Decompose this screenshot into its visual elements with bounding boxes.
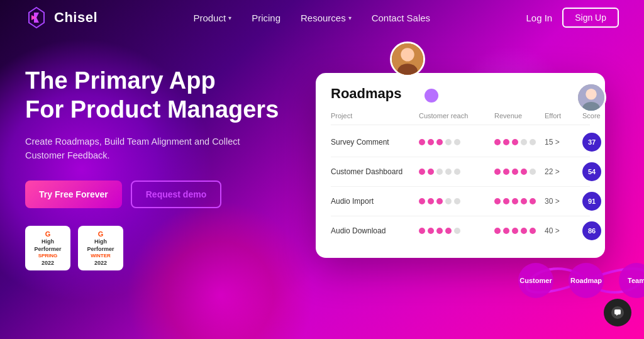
col-effort: Effort xyxy=(545,112,582,119)
decorative-dot xyxy=(425,89,438,103)
row-project: Survey Comment xyxy=(331,138,419,147)
main-content: The Primary App For Product Managers Cre… xyxy=(0,35,644,339)
nav-product[interactable]: Product ▾ xyxy=(193,13,231,23)
chat-icon xyxy=(611,306,625,320)
col-project: Project xyxy=(331,112,419,119)
chevron-down-icon-2: ▾ xyxy=(348,14,352,21)
row-project: Audio Import xyxy=(331,197,419,206)
left-panel: The Primary App For Product Managers Cre… xyxy=(25,35,302,339)
badge-winter-2022: G High Performer WINTER 2022 xyxy=(78,226,123,271)
effort-value: 15 > xyxy=(545,138,582,147)
badge-spring-2022: G High Performer SPRING 2022 xyxy=(25,226,70,271)
badges-container: G High Performer SPRING 2022 G High Perf… xyxy=(25,226,302,271)
hero-subtitle: Create Roadmaps, Build Team Alignment an… xyxy=(25,135,264,163)
row-project: Customer Dashboard xyxy=(331,167,419,176)
score-badge: 86 xyxy=(582,221,601,240)
svg-point-5 xyxy=(586,89,597,100)
navbar: Chisel Product ▾ Pricing Resources ▾ Con… xyxy=(0,0,644,35)
chevron-down-icon: ▾ xyxy=(228,14,231,21)
revenue-dots xyxy=(494,198,545,204)
reach-dots xyxy=(419,198,494,204)
score-badge: 37 xyxy=(582,133,601,152)
score-badge: 54 xyxy=(582,162,601,181)
col-score: Score xyxy=(582,112,614,119)
request-demo-button[interactable]: Request demo xyxy=(131,181,221,208)
effort-value: 40 > xyxy=(545,226,582,235)
effort-value: 30 > xyxy=(545,197,582,206)
roadmap-card-title: Roadmaps xyxy=(331,86,590,102)
svg-text:Customer: Customer xyxy=(519,277,552,284)
row-project: Audio Download xyxy=(331,226,419,235)
logo[interactable]: Chisel xyxy=(25,6,97,29)
avatar-1 xyxy=(390,42,425,77)
reach-dots xyxy=(419,169,494,175)
signup-button[interactable]: Sign Up xyxy=(562,8,619,28)
reach-dots xyxy=(419,139,494,145)
chat-button[interactable] xyxy=(604,299,631,326)
hero-title: The Primary App For Product Managers xyxy=(25,67,302,124)
revenue-dots xyxy=(494,139,545,145)
nav-pricing[interactable]: Pricing xyxy=(252,13,280,23)
table-row: Survey Comment 15 > 37 xyxy=(331,128,590,157)
revenue-dots xyxy=(494,228,545,234)
col-reach: Customer reach xyxy=(419,112,494,119)
logo-icon xyxy=(25,6,48,29)
col-revenue: Revenue xyxy=(494,112,545,119)
cta-buttons: Try Free Forever Request demo xyxy=(25,181,302,208)
svg-text:Team: Team xyxy=(628,277,644,284)
svg-point-2 xyxy=(401,48,414,61)
table-row: Audio Download 40 > 86 xyxy=(331,216,590,245)
table-row: Audio Import 30 > 91 xyxy=(331,187,590,216)
revenue-dots xyxy=(494,169,545,175)
nav-actions: Log In Sign Up xyxy=(526,8,619,28)
nav-contact-sales[interactable]: Contact Sales xyxy=(372,13,430,23)
roadmap-card: Roadmaps Project Customer reach Revenue … xyxy=(316,73,605,258)
login-button[interactable]: Log In xyxy=(526,13,552,23)
logo-text: Chisel xyxy=(54,9,97,26)
table-header: Project Customer reach Revenue Effort Sc… xyxy=(331,112,590,125)
nav-links: Product ▾ Pricing Resources ▾ Contact Sa… xyxy=(193,13,430,23)
score-badge: 91 xyxy=(582,192,601,211)
effort-value: 22 > xyxy=(545,167,582,176)
infinity-svg: Customer Roadmap Team xyxy=(504,262,644,299)
table-row: Customer Dashboard 22 > 54 xyxy=(331,157,590,187)
reach-dots xyxy=(419,228,494,234)
svg-text:Roadmap: Roadmap xyxy=(570,277,602,284)
try-free-button[interactable]: Try Free Forever xyxy=(25,181,122,208)
avatar-2 xyxy=(576,82,606,113)
infinity-section: Customer Roadmap Team xyxy=(504,262,644,299)
nav-resources[interactable]: Resources ▾ xyxy=(301,13,352,23)
right-panel: Roadmaps Project Customer reach Revenue … xyxy=(302,35,619,339)
